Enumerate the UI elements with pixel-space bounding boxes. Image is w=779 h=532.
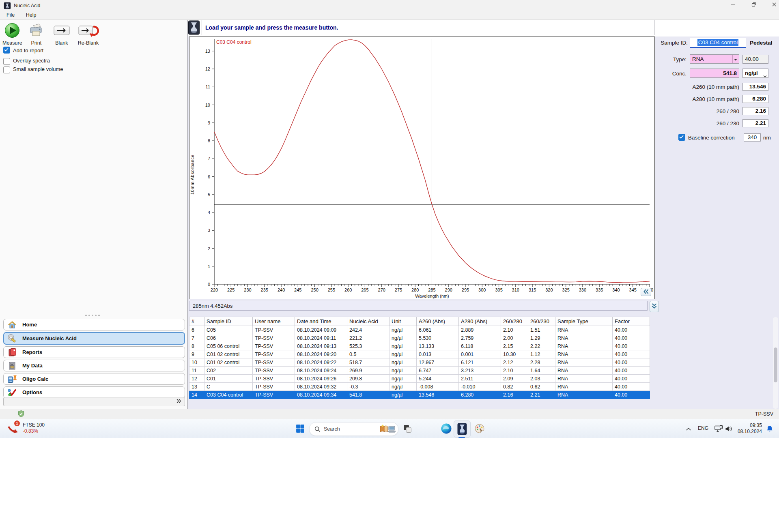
sidebar-collapse-bar[interactable]	[3, 397, 185, 406]
splitter-grip[interactable]	[85, 315, 102, 317]
table-row[interactable]: 7C06TP-SSV08.10.2024 09:11221.2ng/µl5.53…	[189, 334, 650, 342]
sidebar-nav: HomeMeasure Nucleic AcidReportsMy DataOl…	[3, 319, 185, 400]
column-header[interactable]: Sample Type	[555, 317, 613, 326]
double-chevron-down-icon	[652, 303, 657, 310]
baseline-correction-toggle[interactable]: Baseline correction	[678, 134, 735, 141]
column-header[interactable]: Nucleic Acid	[347, 317, 390, 326]
reblank-button[interactable]: Re-Blank	[78, 22, 99, 46]
table-cell: 8	[189, 342, 204, 350]
measure-button[interactable]: Measure	[2, 22, 22, 46]
chart-collapse-button[interactable]	[641, 288, 651, 296]
column-header[interactable]: Sample ID	[204, 317, 253, 326]
checkbox-overlay-spectra[interactable]: Overlay spectra	[3, 57, 50, 64]
cursor-readout: 285nm 4.452Abs	[189, 301, 648, 311]
notification-bell-icon[interactable]	[766, 425, 773, 432]
table-row[interactable]: 11C02TP-SSV08.10.2024 09:24269.9ng/µl6.7…	[189, 367, 650, 375]
table-cell: ng/µl	[390, 383, 417, 391]
table-cell: 518.7	[347, 358, 390, 367]
volume-icon[interactable]	[725, 425, 733, 432]
sidebar-item-measure[interactable]: Measure Nucleic Acid	[3, 332, 185, 345]
checkbox-small-sample-volume[interactable]: Small sample volume	[3, 66, 63, 73]
a260-value: 13.546	[742, 83, 768, 91]
ratio-260-230-value: 2.21	[742, 119, 768, 127]
language-indicator[interactable]: ENG	[698, 425, 708, 431]
table-scrollbar-thumb[interactable]	[774, 348, 777, 382]
table-cell: 1.51	[528, 326, 555, 334]
start-button[interactable]	[295, 423, 306, 434]
table-row[interactable]: 6C05TP-SSV08.10.2024 09:09242.4ng/µl6.06…	[189, 326, 650, 334]
ratio-260-280-value: 2.16	[742, 107, 768, 115]
svg-text:2: 2	[208, 246, 210, 251]
checkbox-icon	[3, 47, 10, 54]
table-cell: 221.2	[347, 334, 390, 342]
column-header[interactable]: A280 (Abs)	[459, 317, 501, 326]
tray-chevron-up-icon[interactable]	[685, 426, 692, 432]
baseline-unit-label: nm	[763, 135, 771, 141]
table-cell: 13.133	[417, 342, 459, 350]
sidebar-item-oligo[interactable]: Oligo Calc	[3, 373, 185, 385]
svg-text:12: 12	[205, 66, 210, 71]
column-header[interactable]: Date and Time	[295, 317, 347, 326]
close-button[interactable]	[766, 2, 779, 10]
sidebar-item-label: Home	[22, 322, 37, 328]
table-row[interactable]: 8C05 06 controlTP-SSV08.10.2024 09:13525…	[189, 342, 650, 350]
menu-file[interactable]: File	[2, 11, 19, 19]
column-header[interactable]: A260 (Abs)	[417, 317, 459, 326]
stocks-widget[interactable]: 1	[6, 422, 20, 435]
svg-text:225: 225	[227, 287, 235, 292]
baseline-wavelength-input[interactable]: 340	[744, 133, 761, 142]
conc-unit-select[interactable]: ng/µl	[742, 69, 768, 78]
checkbox-add-to-report[interactable]: Add to report	[3, 47, 43, 54]
svg-text:310: 310	[512, 287, 519, 292]
nucleic-acid-app-taskbar-icon[interactable]	[454, 420, 471, 438]
spectrum-chart[interactable]: 2202252302352402452502552602652702752802…	[189, 36, 655, 299]
table-row[interactable]: 9C01 02 controlTP-SSV08.10.2024 09:200.5…	[189, 350, 650, 358]
table-cell: 40.00	[613, 350, 650, 358]
svg-text:275: 275	[395, 287, 402, 292]
svg-text:255: 255	[328, 287, 335, 292]
column-header[interactable]: Unit	[390, 317, 417, 326]
table-cell: 242.4	[347, 326, 390, 334]
widget-text[interactable]: FTSE 100 -0.83%	[23, 422, 45, 434]
table-cell: 2.09	[501, 375, 528, 383]
column-header[interactable]: 260/280	[501, 317, 528, 326]
spectrum-plot[interactable]: 2202252302352402452502552602652702752802…	[189, 37, 654, 299]
results-table: #Sample IDUser nameDate and TimeNucleic …	[189, 317, 650, 399]
sidebar-item-mydata[interactable]: My Data	[3, 360, 185, 371]
clock[interactable]: 09:35 08.10.2024	[736, 423, 762, 435]
table-cell: 7	[189, 334, 204, 342]
column-header[interactable]: Factor	[613, 317, 650, 326]
paint-app-icon[interactable]	[474, 423, 485, 434]
column-header[interactable]: #	[189, 317, 204, 326]
type-select[interactable]: RNA	[690, 54, 739, 64]
print-button[interactable]: Print	[28, 22, 45, 46]
readout-expand-button[interactable]	[650, 301, 659, 312]
sidebar-item-home[interactable]: Home	[3, 319, 185, 330]
table-row[interactable]: 13CTP-SSV08.10.2024 09:32-0.3ng/µl-0.008…	[189, 383, 650, 391]
search-box[interactable]: Search	[309, 422, 398, 436]
table-row[interactable]: 10C01 02 controlTP-SSV08.10.2024 09:2251…	[189, 358, 650, 367]
edge-browser-icon[interactable]	[441, 423, 452, 434]
svg-text:220: 220	[211, 287, 218, 292]
table-row[interactable]: 12C01TP-SSV08.10.2024 09:26209.8ng/µl5.2…	[189, 375, 650, 383]
checkbox-icon	[3, 66, 10, 73]
sample-id-input[interactable]: C03 C04 control	[690, 38, 746, 48]
table-row[interactable]: 14C03 C04 controlTP-SSV08.10.2024 09:345…	[189, 391, 650, 399]
column-header[interactable]: 260/230	[528, 317, 555, 326]
blank-button[interactable]: Blank	[53, 22, 71, 46]
column-header[interactable]: User name	[253, 317, 295, 326]
search-icon	[314, 426, 321, 432]
restore-button[interactable]	[746, 2, 762, 10]
table-cell: 2.16	[501, 391, 528, 399]
svg-text:305: 305	[495, 287, 502, 292]
menu-bar: File Help	[0, 11, 779, 20]
network-icon[interactable]	[714, 425, 723, 432]
task-view-button[interactable]	[402, 423, 413, 434]
sidebar-item-reports[interactable]: Reports	[3, 346, 185, 358]
minimize-button[interactable]	[725, 2, 741, 10]
svg-text:250: 250	[311, 287, 318, 292]
sidebar-item-options[interactable]: Options	[3, 386, 185, 398]
table-cell: RNA	[555, 391, 613, 399]
table-cell: 0.013	[417, 350, 459, 358]
menu-help[interactable]: Help	[21, 11, 41, 19]
